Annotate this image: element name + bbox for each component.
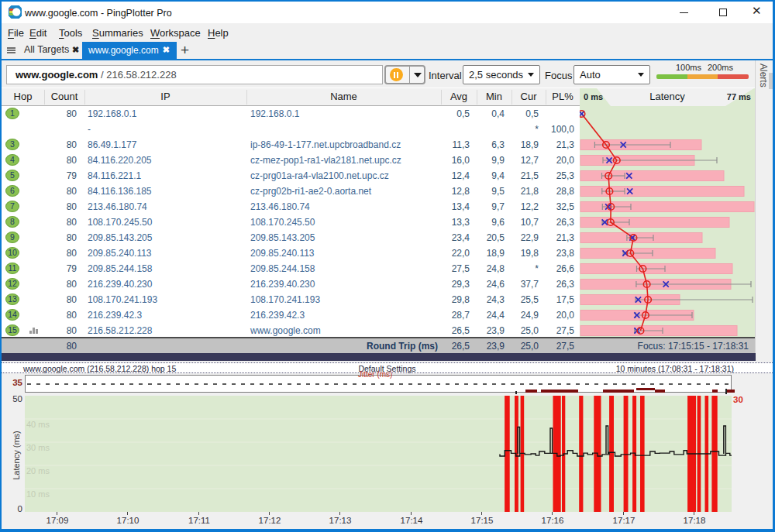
svg-text:10 ms: 10 ms [26, 489, 50, 499]
svg-text:20 ms: 20 ms [26, 466, 50, 475]
svg-text:40 ms: 40 ms [26, 420, 50, 429]
svg-text:30 ms: 30 ms [26, 443, 50, 452]
